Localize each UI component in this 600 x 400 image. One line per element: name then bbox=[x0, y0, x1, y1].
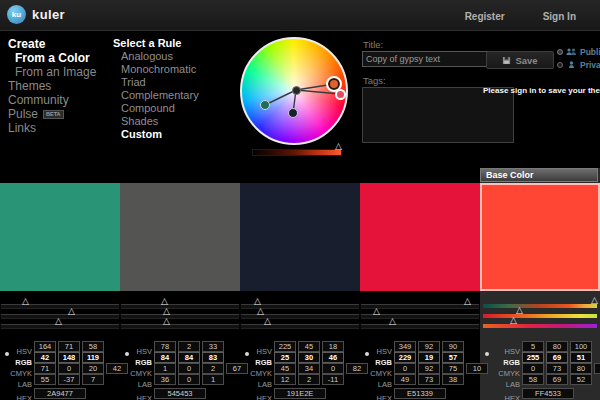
save-button-label: Save bbox=[515, 55, 537, 66]
slider-handle-icon[interactable]: △ bbox=[161, 297, 168, 305]
brightness-slider[interactable]: △ bbox=[252, 149, 342, 156]
swatch-select-dot[interactable] bbox=[485, 352, 489, 356]
rule-compound[interactable]: Compound bbox=[113, 102, 199, 115]
wheel-marker-base-selected[interactable] bbox=[326, 76, 342, 92]
hex-label: HEX bbox=[368, 393, 392, 400]
slider-handle-icon[interactable]: △ bbox=[335, 142, 342, 150]
swatch-base[interactable] bbox=[480, 183, 600, 291]
slider-handle-icon[interactable]: △ bbox=[516, 306, 523, 314]
swatch-4[interactable] bbox=[360, 183, 480, 291]
nav-pulse[interactable]: PulseBETA bbox=[8, 107, 96, 121]
tags-label: Tags: bbox=[363, 75, 386, 86]
save-icon bbox=[502, 56, 511, 65]
nav-links[interactable]: Links bbox=[8, 121, 96, 135]
wheel-marker-center[interactable] bbox=[292, 86, 301, 95]
nav-from-an-image[interactable]: From an Image bbox=[8, 65, 96, 79]
hex-value[interactable]: FF4533 bbox=[522, 388, 574, 399]
lab-value[interactable]: 12 bbox=[274, 374, 296, 385]
slider-handle-icon[interactable]: △ bbox=[22, 297, 29, 305]
save-button[interactable]: Save bbox=[486, 51, 554, 69]
public-radio[interactable] bbox=[557, 49, 563, 55]
lab-value[interactable]: 36 bbox=[154, 374, 176, 385]
slider-handle-icon[interactable]: △ bbox=[264, 317, 271, 325]
slider-handle-icon[interactable]: △ bbox=[254, 297, 261, 305]
cmyk-value[interactable]: 67 bbox=[226, 363, 248, 374]
hex-value[interactable]: 191E2E bbox=[274, 388, 326, 399]
slider-track[interactable]: △ bbox=[1, 304, 119, 309]
cmyk-value[interactable]: 42 bbox=[106, 363, 128, 374]
kuler-app: ku kuler Register Sign In Create From a … bbox=[0, 0, 600, 400]
lab-value[interactable]: 55 bbox=[34, 374, 56, 385]
rule-complementary[interactable]: Complementary bbox=[113, 89, 199, 102]
hue-slider-track[interactable]: △ bbox=[483, 304, 597, 308]
lab-value[interactable]: 0 bbox=[178, 374, 200, 385]
hex-value[interactable]: 545453 bbox=[154, 388, 206, 399]
saturation-slider-track[interactable]: △ bbox=[483, 314, 597, 318]
lab-value[interactable]: 69 bbox=[546, 374, 568, 385]
slider-handle-icon[interactable]: △ bbox=[591, 296, 598, 304]
wheel-marker-navy[interactable] bbox=[288, 108, 298, 118]
rule-shades[interactable]: Shades bbox=[113, 115, 199, 128]
slider-handle-icon[interactable]: △ bbox=[510, 316, 517, 324]
values-swatch-1: HSV1647158 RGB42148119 CMYK7102042 LAB55… bbox=[8, 340, 124, 398]
hex-value[interactable]: 2A9477 bbox=[34, 388, 86, 399]
slider-handle-icon[interactable]: △ bbox=[163, 317, 170, 325]
slider-handle-icon[interactable]: △ bbox=[464, 297, 471, 305]
color-wheel[interactable] bbox=[240, 37, 348, 145]
slider-track[interactable]: △ bbox=[1, 324, 119, 329]
lab-value[interactable]: 49 bbox=[394, 374, 416, 385]
rule-custom[interactable]: Custom bbox=[113, 128, 199, 141]
slider-handle-icon[interactable]: △ bbox=[163, 307, 170, 315]
slider-track[interactable]: △ bbox=[241, 324, 359, 329]
swatch-2[interactable] bbox=[120, 183, 240, 291]
register-link[interactable]: Register bbox=[465, 11, 505, 22]
lab-value[interactable]: 1 bbox=[202, 374, 224, 385]
lab-value[interactable]: 52 bbox=[570, 374, 592, 385]
rule-triad[interactable]: Triad bbox=[113, 76, 199, 89]
lab-value[interactable]: 38 bbox=[442, 374, 464, 385]
private-radio[interactable] bbox=[557, 62, 563, 68]
lab-value[interactable]: 2 bbox=[298, 374, 320, 385]
slider-track[interactable]: △ bbox=[121, 304, 239, 309]
lab-value[interactable]: 7 bbox=[82, 374, 104, 385]
slider-track[interactable]: △ bbox=[361, 314, 479, 319]
rule-monochromatic[interactable]: Monochromatic bbox=[113, 63, 199, 76]
wheel-marker-teal[interactable] bbox=[260, 100, 270, 110]
slider-track[interactable]: △ bbox=[241, 314, 359, 319]
values-base-color: HSV580100 RGB2556951 CMYK073800 LAB58695… bbox=[496, 340, 600, 398]
tags-input[interactable] bbox=[362, 87, 514, 143]
lab-value[interactable]: 73 bbox=[418, 374, 440, 385]
header: ku kuler Register Sign In bbox=[0, 0, 600, 31]
rule-analogous[interactable]: Analogous bbox=[113, 50, 199, 63]
lab-value[interactable]: -37 bbox=[58, 374, 80, 385]
slider-handle-icon[interactable]: △ bbox=[373, 307, 380, 315]
public-option[interactable]: Public bbox=[557, 45, 600, 58]
lab-value[interactable]: -11 bbox=[322, 374, 344, 385]
cmyk-value[interactable]: 82 bbox=[346, 363, 368, 374]
swatch-1[interactable] bbox=[0, 183, 120, 291]
nav-community[interactable]: Community bbox=[8, 93, 96, 107]
lab-value[interactable]: 58 bbox=[522, 374, 544, 385]
kuler-logo[interactable]: ku kuler bbox=[7, 5, 65, 24]
slider-track[interactable]: △ bbox=[361, 324, 479, 329]
hex-value[interactable]: E51339 bbox=[394, 388, 446, 399]
slider-handle-icon[interactable]: △ bbox=[68, 307, 75, 315]
signin-link[interactable]: Sign In bbox=[543, 11, 576, 22]
slider-handle-icon[interactable]: △ bbox=[257, 307, 264, 315]
base-color-header: Base Color bbox=[480, 168, 598, 182]
slider-track[interactable]: △ bbox=[121, 324, 239, 329]
cmyk-value[interactable]: 10 bbox=[466, 363, 488, 374]
privacy-options: Public Private bbox=[557, 45, 600, 71]
cmyk-value[interactable]: 0 bbox=[594, 363, 600, 374]
slider-handle-icon[interactable]: △ bbox=[389, 317, 396, 325]
public-group-icon bbox=[566, 48, 577, 56]
value-slider-track[interactable]: △ bbox=[483, 324, 597, 328]
slider-track[interactable]: △ bbox=[121, 314, 239, 319]
swatch-3[interactable] bbox=[240, 183, 360, 291]
private-option[interactable]: Private bbox=[557, 58, 600, 71]
nav-from-a-color[interactable]: From a Color bbox=[8, 51, 96, 65]
slider-handle-icon[interactable]: △ bbox=[55, 317, 62, 325]
nav-create[interactable]: Create bbox=[8, 37, 96, 51]
hex-label: HEX bbox=[128, 393, 152, 400]
nav-themes[interactable]: Themes bbox=[8, 79, 96, 93]
